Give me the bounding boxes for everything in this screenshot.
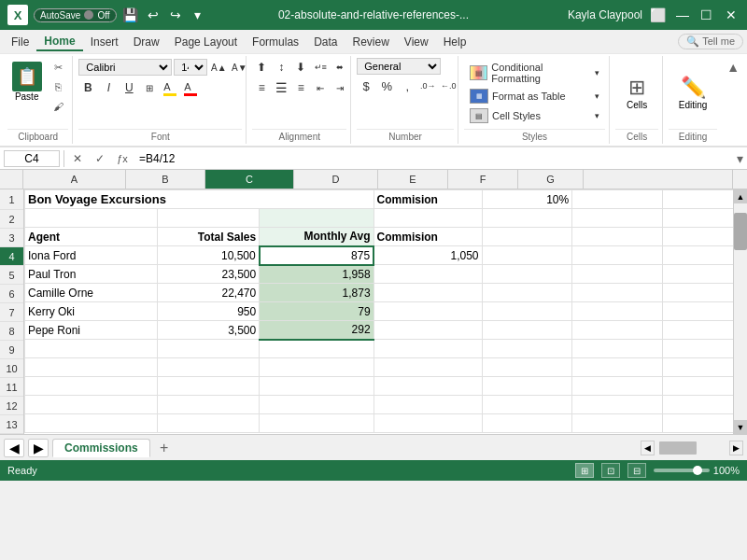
format-as-table-button[interactable]: ▦ Format as Table ▾ (466, 87, 603, 105)
row-num-9[interactable]: 9 (0, 341, 23, 359)
number-format-select[interactable]: General (357, 58, 441, 75)
cell-e1[interactable]: 10% (482, 190, 572, 209)
scroll-tabs-right-button[interactable]: ▶ (28, 439, 49, 457)
cell-a4[interactable]: Iona Ford (25, 246, 158, 265)
cell-b6[interactable]: 22,470 (157, 284, 260, 302)
dec-dec-button[interactable]: ←.0 (439, 77, 458, 95)
cell-c8[interactable]: 292 (260, 321, 374, 340)
font-color-button[interactable]: A (181, 78, 200, 97)
indent-dec-button[interactable]: ⇤ (311, 78, 330, 97)
row-num-11[interactable]: 11 (0, 378, 23, 397)
menu-draw[interactable]: Draw (126, 34, 167, 50)
cell-c2[interactable] (260, 209, 374, 228)
cell-b12[interactable] (157, 396, 260, 414)
menu-page-layout[interactable]: Page Layout (167, 34, 245, 50)
cell-e12[interactable] (482, 396, 572, 414)
cell-f13[interactable] (572, 414, 663, 433)
cell-d4[interactable]: 1,050 (374, 246, 482, 265)
menu-review[interactable]: Review (345, 34, 396, 50)
formula-bar-expand[interactable]: ▾ (737, 151, 743, 166)
row-num-3[interactable]: 3 (0, 229, 23, 247)
cell-d12[interactable] (374, 396, 482, 414)
row-num-2[interactable]: 2 (0, 210, 23, 229)
row-num-1[interactable]: 1 (0, 189, 23, 210)
ribbon-display-button[interactable]: ⬜ (650, 7, 667, 23)
collapse-ribbon-button[interactable]: ▲ (723, 56, 743, 144)
font-family-select[interactable]: Calibri (78, 59, 172, 76)
row-num-6[interactable]: 6 (0, 285, 23, 303)
row-num-10[interactable]: 10 (0, 359, 23, 378)
cell-a10[interactable] (25, 358, 158, 377)
copy-button[interactable]: ⎘ (48, 77, 68, 96)
cell-c3[interactable]: Monthly Avg (260, 228, 374, 246)
cell-f10[interactable] (572, 358, 663, 377)
cell-a12[interactable] (25, 396, 158, 414)
menu-formulas[interactable]: Formulas (245, 34, 306, 50)
cell-f11[interactable] (572, 377, 663, 396)
horizontal-scrollbar[interactable]: ◀ ▶ (641, 441, 743, 455)
cell-b2[interactable] (157, 209, 260, 228)
menu-help[interactable]: Help (436, 34, 474, 50)
cell-b5[interactable]: 23,500 (157, 265, 260, 284)
zoom-slider[interactable] (654, 469, 710, 472)
cell-e3[interactable] (482, 228, 572, 246)
align-center-button[interactable]: ☰ (272, 78, 290, 97)
cell-b11[interactable] (157, 377, 260, 396)
cell-c7[interactable]: 79 (260, 302, 374, 321)
cell-d13[interactable] (374, 414, 482, 433)
normal-view-button[interactable]: ⊞ (575, 463, 594, 478)
comma-button[interactable]: , (398, 77, 416, 95)
row-num-5[interactable]: 5 (0, 266, 23, 285)
cell-e13[interactable] (482, 414, 572, 433)
cell-f8[interactable] (572, 321, 663, 340)
cell-d9[interactable] (374, 340, 482, 358)
scroll-left-button[interactable]: ◀ (641, 441, 655, 455)
cell-e4[interactable] (482, 246, 572, 265)
row-num-12[interactable]: 12 (0, 397, 23, 415)
cell-c13[interactable] (260, 414, 374, 433)
cell-d11[interactable] (374, 377, 482, 396)
paste-button[interactable]: 📋 Paste (7, 58, 46, 105)
menu-view[interactable]: View (397, 34, 436, 50)
cell-b4[interactable]: 10,500 (157, 246, 260, 265)
confirm-formula-button[interactable]: ✓ (91, 149, 109, 168)
italic-button[interactable]: I (99, 78, 118, 97)
cell-e2[interactable] (482, 209, 572, 228)
percent-button[interactable]: % (377, 77, 396, 95)
cell-e7[interactable] (482, 302, 572, 321)
cell-d6[interactable] (374, 284, 482, 302)
editing-button[interactable]: ✏️ Editing (669, 74, 717, 112)
cell-e11[interactable] (482, 377, 572, 396)
vertical-scrollbar[interactable]: ▲ ▼ (733, 189, 747, 434)
cell-a11[interactable] (25, 377, 158, 396)
page-break-view-button[interactable]: ⊟ (627, 463, 646, 478)
cell-e8[interactable] (482, 321, 572, 340)
row-num-8[interactable]: 8 (0, 322, 23, 341)
fill-color-button[interactable]: A (161, 78, 179, 97)
conditional-formatting-button[interactable]: ▤ Conditional Formatting ▾ (466, 60, 603, 86)
cancel-formula-button[interactable]: ✕ (68, 149, 87, 168)
decrease-font-button[interactable]: A▼ (230, 58, 248, 77)
autosave-toggle[interactable]: AutoSave Off (34, 8, 117, 22)
cell-c9[interactable] (260, 340, 374, 358)
bold-button[interactable]: B (78, 78, 97, 97)
indent-inc-button[interactable]: ⇥ (331, 78, 349, 97)
cell-d1[interactable]: Commision (374, 190, 482, 209)
cell-styles-button[interactable]: ▤ Cell Styles ▾ (466, 106, 603, 125)
cell-a8[interactable]: Pepe Roni (25, 321, 158, 340)
cell-d2[interactable] (374, 209, 482, 228)
cell-a9[interactable] (25, 340, 158, 358)
redo-button[interactable]: ↪ (167, 7, 184, 23)
cell-d8[interactable] (374, 321, 482, 340)
cell-c6[interactable]: 1,873 (260, 284, 374, 302)
close-button[interactable]: ✕ (723, 7, 740, 23)
maximize-button[interactable]: ☐ (698, 7, 715, 23)
cell-e10[interactable] (482, 358, 572, 377)
row-num-7[interactable]: 7 (0, 303, 23, 322)
cell-c12[interactable] (260, 396, 374, 414)
currency-button[interactable]: $ (357, 77, 375, 95)
cell-d3[interactable]: Commision (374, 228, 482, 246)
cell-f3[interactable] (572, 228, 663, 246)
tell-me-input[interactable]: 🔍 Tell me (678, 34, 743, 49)
col-header-g[interactable]: G (518, 170, 584, 189)
